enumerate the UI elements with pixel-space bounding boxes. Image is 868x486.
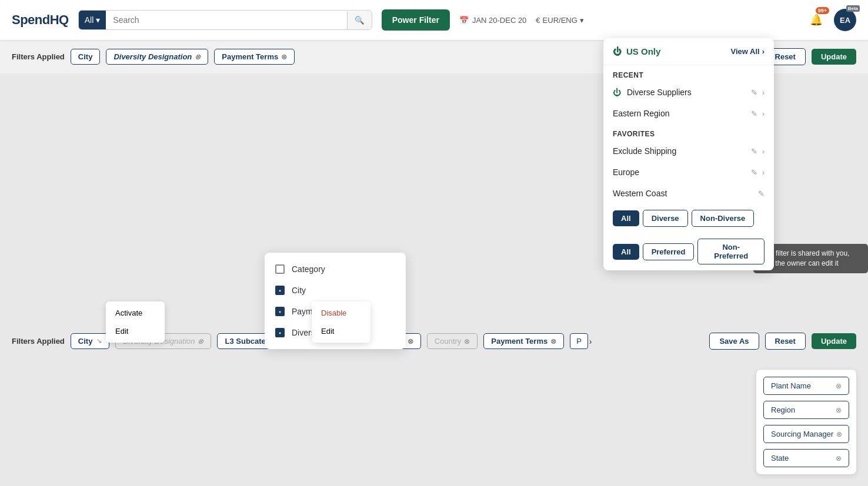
beta-badge: Beta bbox=[846, 5, 860, 12]
all-toggle-btn[interactable]: All bbox=[613, 210, 639, 226]
context-menu-l3: Disable Edit bbox=[312, 301, 370, 343]
update-button-top[interactable]: Update bbox=[812, 49, 856, 65]
chevron-down-icon: ▾ bbox=[96, 15, 100, 25]
header-right: 🔔 99+ EA Beta bbox=[806, 9, 856, 31]
filter-tag-city-bottom[interactable]: City ↘ bbox=[71, 333, 110, 349]
region-filter-tag[interactable]: Region ⊗ bbox=[763, 401, 849, 419]
filter-tag-payment-bottom[interactable]: Payment Terms ⊗ bbox=[483, 333, 564, 349]
chevron-right-icon: › bbox=[762, 168, 764, 177]
currency-selector[interactable]: € EUR/ENG ▾ bbox=[536, 16, 583, 25]
logo: SpendHQ bbox=[12, 12, 69, 28]
favorites-label: FAVORITES bbox=[603, 124, 774, 140]
chevron-right-icon: › bbox=[762, 109, 764, 118]
disable-menu-item[interactable]: Disable bbox=[312, 304, 370, 322]
power-icon: ⏻ bbox=[613, 88, 621, 97]
activate-menu-item[interactable]: Activate bbox=[106, 304, 165, 322]
chevron-right-icon: › bbox=[762, 47, 764, 56]
save-as-button-bottom[interactable]: Save As bbox=[709, 333, 759, 350]
state-filter-tag[interactable]: State ⊗ bbox=[763, 449, 849, 467]
search-icon: 🔍 bbox=[355, 16, 365, 25]
remove-icon[interactable]: ⊗ bbox=[836, 382, 842, 390]
notification-button[interactable]: 🔔 99+ bbox=[806, 9, 827, 31]
edit-icon[interactable]: ✎ bbox=[751, 168, 757, 177]
avatar[interactable]: EA Beta bbox=[834, 9, 856, 31]
filter-tag-diversity-top[interactable]: Diversity Designation ⊗ bbox=[106, 49, 208, 65]
fc-item-category[interactable]: Category bbox=[265, 259, 406, 280]
header: SpendHQ All ▾ 🔍 Power Filter 📅 JAN 20-DE… bbox=[0, 0, 868, 40]
edit-menu-item-l3[interactable]: Edit bbox=[312, 322, 370, 340]
payment-terms-checkbox[interactable] bbox=[275, 307, 285, 316]
pf-item-europe[interactable]: Europe ✎ › bbox=[603, 162, 774, 183]
pf-item-exclude-shipping[interactable]: Exclude Shipping ✎ › bbox=[603, 140, 774, 162]
filters-applied-label-bottom: Filters Applied bbox=[12, 337, 65, 346]
filter-tag-city-top[interactable]: City bbox=[71, 49, 101, 65]
context-menu-city: Activate Edit bbox=[106, 301, 165, 343]
power-filter-dropdown: ⏻ US Only View All › RECENT ⏻ Diverse Su… bbox=[603, 38, 774, 270]
cursor-indicator: ↘ bbox=[96, 337, 102, 345]
more-filters-btn[interactable]: P › bbox=[570, 333, 592, 349]
chevron-right-icon: › bbox=[589, 337, 592, 346]
reset-button-bottom[interactable]: Reset bbox=[765, 333, 806, 350]
diversity-toggle-group: All Diverse Non-Diverse bbox=[603, 204, 774, 233]
edit-icon[interactable]: ✎ bbox=[751, 88, 757, 97]
non-diverse-toggle-btn[interactable]: Non-Diverse bbox=[692, 210, 755, 227]
non-preferred-toggle-btn[interactable]: Non-Preferred bbox=[697, 239, 764, 264]
chevron-down-icon: ▾ bbox=[580, 16, 584, 25]
edit-menu-item-city[interactable]: Edit bbox=[106, 322, 165, 340]
edit-icon[interactable]: ✎ bbox=[751, 147, 757, 156]
all-toggle-btn-2[interactable]: All bbox=[613, 244, 639, 260]
calendar-icon: 📅 bbox=[459, 16, 469, 25]
edit-icon[interactable]: ✎ bbox=[751, 109, 757, 118]
recent-label: RECENT bbox=[603, 65, 774, 82]
plant-name-filter-tag[interactable]: Plant Name ⊗ bbox=[763, 377, 849, 395]
filter-tag-country[interactable]: Country ⊗ bbox=[427, 333, 478, 349]
update-button-bottom[interactable]: Update bbox=[812, 333, 856, 349]
remove-icon[interactable]: ⊗ bbox=[836, 454, 842, 462]
search-container: All ▾ 🔍 bbox=[78, 10, 372, 30]
preferred-toggle-btn[interactable]: Preferred bbox=[643, 243, 695, 260]
pf-item-western-coast[interactable]: Western Coast ✎ bbox=[603, 183, 774, 204]
remove-icon[interactable]: ⊗ bbox=[464, 337, 470, 346]
search-input[interactable] bbox=[106, 11, 346, 29]
search-type-dropdown[interactable]: All ▾ bbox=[79, 11, 106, 29]
category-checkbox[interactable] bbox=[275, 264, 285, 274]
chevron-right-icon: › bbox=[762, 147, 764, 156]
main-content: ⏻ US Only View All › RECENT ⏻ Diverse Su… bbox=[0, 73, 868, 356]
notification-badge: 99+ bbox=[816, 7, 829, 14]
pf-item-eastern-region[interactable]: Eastern Region ✎ › bbox=[603, 103, 774, 124]
power-icon: ⏻ bbox=[613, 46, 622, 56]
city-checkbox[interactable] bbox=[275, 286, 285, 295]
power-filter-button[interactable]: Power Filter bbox=[382, 9, 450, 31]
sourcing-manager-filter-tag[interactable]: Sourcing Manager ⊗ bbox=[763, 425, 849, 443]
search-button[interactable]: 🔍 bbox=[347, 11, 372, 29]
diverse-toggle-btn[interactable]: Diverse bbox=[643, 210, 688, 227]
chevron-right-icon: › bbox=[762, 88, 764, 97]
filters-applied-label: Filters Applied bbox=[12, 52, 65, 61]
edit-icon[interactable]: ✎ bbox=[758, 189, 764, 198]
remove-icon[interactable]: ⊗ bbox=[195, 53, 201, 61]
us-only-row[interactable]: ⏻ US Only View All › bbox=[603, 38, 774, 65]
view-all-button[interactable]: View All › bbox=[731, 47, 764, 56]
diversity-designation-checkbox[interactable] bbox=[275, 328, 285, 337]
remove-icon[interactable]: ⊗ bbox=[550, 337, 556, 346]
remove-icon[interactable]: ⊗ bbox=[408, 337, 413, 346]
filter-tag-payment-top[interactable]: Payment Terms ⊗ bbox=[214, 49, 295, 65]
preferred-toggle-group: All Preferred Non-Preferred bbox=[603, 233, 774, 270]
pf-item-diverse-suppliers[interactable]: ⏻ Diverse Suppliers ✎ › bbox=[603, 82, 774, 103]
remove-icon[interactable]: ⊗ bbox=[836, 406, 842, 414]
remove-icon[interactable]: ⊗ bbox=[198, 337, 203, 346]
fc-item-city[interactable]: City bbox=[265, 280, 406, 301]
remove-icon[interactable]: ⊗ bbox=[281, 53, 287, 61]
date-range[interactable]: 📅 JAN 20-DEC 20 bbox=[459, 16, 526, 25]
remove-icon[interactable]: ⊗ bbox=[836, 430, 842, 438]
filter-panel: Plant Name ⊗ Region ⊗ Sourcing Manager ⊗… bbox=[756, 370, 856, 474]
